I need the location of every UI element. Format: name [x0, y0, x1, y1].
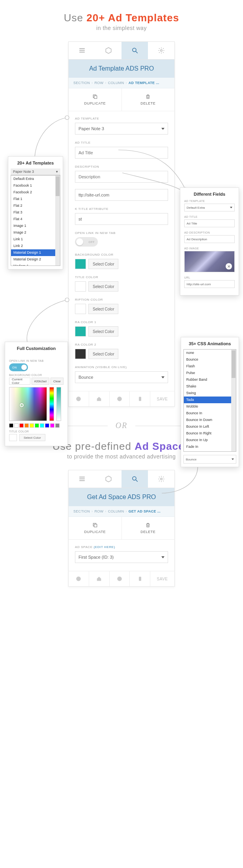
chip-current[interactable]: Current Color	[9, 378, 30, 385]
ad-desc-input[interactable]	[75, 171, 168, 183]
animation-option[interactable]: Flash	[184, 363, 236, 370]
template-option[interactable]: Link 1	[11, 236, 60, 243]
chip-clear[interactable]: Clear	[50, 378, 64, 385]
animation-option[interactable]: Fade In	[184, 443, 236, 450]
animation-option[interactable]: Bounce In	[184, 410, 236, 417]
link-title-input[interactable]	[75, 213, 168, 225]
nav-back-icon[interactable]	[69, 391, 89, 406]
template-option[interactable]: Image 1	[11, 223, 60, 229]
template-option[interactable]: Flat 1	[11, 196, 60, 202]
preset-swatch[interactable]	[50, 423, 54, 428]
title-select-color[interactable]: Select Color	[88, 281, 118, 292]
cust-select-color[interactable]: Select Color	[19, 434, 45, 441]
animation-option[interactable]: Fade In Down	[184, 450, 236, 452]
desc-select-color[interactable]: Select Color	[88, 304, 118, 314]
animation-option[interactable]: Bounce	[184, 356, 236, 363]
tab-layout[interactable]	[69, 470, 95, 488]
template-option[interactable]: Link 2	[11, 243, 60, 249]
template-option[interactable]: Material Design 2	[11, 256, 60, 263]
home-icon[interactable]	[89, 571, 110, 586]
duplicate-button[interactable]: DUPLICATE	[69, 517, 122, 539]
color-presets[interactable]	[9, 423, 64, 428]
animation-option[interactable]: Bounce In Up	[184, 437, 236, 443]
extra1-swatch[interactable]	[75, 326, 86, 337]
open-tab-toggle[interactable]: OFF	[75, 237, 98, 247]
templates-dropdown-head[interactable]: Paper Note 3▾	[11, 168, 60, 175]
image-preview[interactable]: ✕	[184, 251, 235, 272]
delete-button[interactable]: DELETE	[122, 517, 175, 539]
tab-module[interactable]	[95, 42, 122, 59]
animations-list[interactable]: noneBounceFlashPulseRubber BandShakeSwin…	[183, 349, 236, 452]
info-icon[interactable]	[110, 571, 130, 586]
animation-option[interactable]: Bounce In Left	[184, 423, 236, 430]
title-swatch[interactable]	[75, 281, 86, 292]
animation-option[interactable]: Pulse	[184, 370, 236, 376]
color-picker-gradient[interactable]	[9, 387, 47, 421]
animation-option[interactable]: none	[184, 350, 236, 356]
tab-settings[interactable]	[148, 42, 174, 59]
animation-option[interactable]: Tada	[184, 397, 236, 403]
ad-space-select[interactable]: First Space (ID: 3)	[75, 551, 168, 563]
preset-swatch[interactable]	[19, 423, 24, 428]
save-button[interactable]: SAVE	[150, 391, 174, 406]
duplicate-button[interactable]: DUPLICATE	[69, 88, 122, 111]
template-option[interactable]: Image 2	[11, 229, 60, 236]
animation-option[interactable]: Wobble	[184, 403, 236, 410]
template-option[interactable]: Modern-1	[11, 263, 60, 266]
home-icon[interactable]	[89, 391, 110, 406]
cust-open-toggle[interactable]: ON	[9, 363, 28, 371]
tab-search[interactable]	[122, 42, 148, 59]
bg-swatch[interactable]	[75, 259, 86, 269]
anim-bottom-select[interactable]: Bounce	[183, 455, 236, 464]
scrollbar[interactable]	[55, 176, 60, 266]
animation-option[interactable]: Bounce In Down	[184, 417, 236, 423]
url-input[interactable]	[75, 189, 168, 201]
alpha-slider[interactable]	[56, 387, 61, 421]
preset-swatch[interactable]	[55, 423, 60, 428]
chip-hex[interactable]: #20b2ad	[32, 378, 49, 385]
nav-back-icon[interactable]	[69, 571, 89, 586]
save-button[interactable]: SAVE	[150, 571, 174, 586]
animation-option[interactable]: Rubber Band	[184, 376, 236, 383]
templates-list[interactable]: Default ExtraFacebook 1Facebook 2Flat 1F…	[11, 175, 60, 266]
preset-swatch[interactable]	[14, 423, 19, 428]
preset-swatch[interactable]	[35, 423, 39, 428]
extra2-select-color[interactable]: Select Color	[88, 349, 118, 359]
hue-slider[interactable]	[49, 387, 54, 421]
template-option[interactable]: Facebook 2	[11, 189, 60, 196]
tab-search[interactable]	[122, 470, 148, 488]
preset-swatch[interactable]	[9, 423, 13, 428]
tab-module[interactable]	[95, 470, 122, 488]
tab-layout[interactable]	[69, 42, 95, 59]
diff-title-input[interactable]	[184, 219, 235, 227]
cust-title-swatch[interactable]	[9, 434, 17, 441]
animation-option[interactable]: Bounce In Right	[184, 430, 236, 437]
animation-option[interactable]: Swing	[184, 390, 236, 397]
template-option[interactable]: Flat 3	[11, 209, 60, 216]
ad-title-input[interactable]	[75, 147, 168, 159]
preset-swatch[interactable]	[30, 423, 34, 428]
close-icon[interactable]: ✕	[226, 263, 232, 269]
edit-here-link[interactable]: (EDIT HERE)	[94, 545, 115, 549]
mobile-icon[interactable]	[130, 571, 150, 586]
bg-select-color[interactable]: Select Color	[88, 259, 118, 269]
preset-swatch[interactable]	[24, 423, 29, 428]
template-option[interactable]: Default Extra	[11, 176, 60, 182]
template-option[interactable]: Flat 2	[11, 202, 60, 209]
scrollbar[interactable]	[231, 350, 236, 451]
anim-select[interactable]: Bounce	[75, 371, 168, 383]
diff-url-input[interactable]	[184, 280, 235, 288]
desc-swatch[interactable]	[75, 304, 86, 314]
extra2-swatch[interactable]	[75, 349, 86, 359]
delete-button[interactable]: DELETE	[122, 88, 175, 111]
info-icon[interactable]	[110, 391, 130, 406]
template-option[interactable]: Facebook 1	[11, 182, 60, 189]
extra1-select-color[interactable]: Select Color	[88, 326, 118, 337]
mobile-icon[interactable]	[130, 391, 150, 406]
preset-swatch[interactable]	[45, 423, 49, 428]
tab-settings[interactable]	[148, 470, 174, 488]
animation-option[interactable]: Shake	[184, 383, 236, 390]
template-option[interactable]: Flat 4	[11, 216, 60, 223]
diff-tpl-select[interactable]: Default Extra	[184, 204, 235, 211]
diff-desc-input[interactable]	[184, 235, 235, 243]
